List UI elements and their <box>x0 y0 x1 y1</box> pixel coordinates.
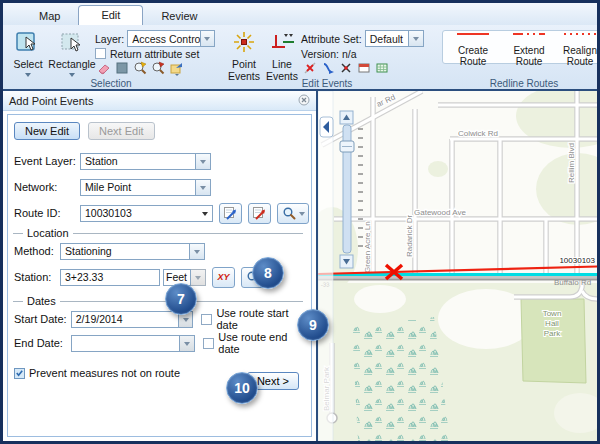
zoom-to-selection-icon[interactable] <box>133 61 147 77</box>
network-arrow[interactable] <box>196 179 211 196</box>
marsh-area <box>352 317 450 441</box>
station-input[interactable]: 3+23.33 <box>60 269 160 286</box>
callout-10: 10 <box>226 372 258 404</box>
street-label-green-acre: Green Acre Ln <box>363 221 372 273</box>
extend-route-icon <box>509 27 549 45</box>
xy-pick-button[interactable]: XY <box>212 267 235 288</box>
map-view[interactable]: ar Rd Green Acre Ln Radarick Dr Colwick … <box>318 91 597 441</box>
callout-8: 8 <box>252 257 284 289</box>
rectangle-tool-icon <box>59 30 85 58</box>
rectangle-tool-button[interactable]: Rectangle <box>49 28 95 77</box>
park-label-line2: Hall <box>545 319 559 328</box>
event-editor-window: Map Edit Review Select Rectangle <box>0 0 600 444</box>
street-label-radarick: Radarick Dr <box>405 214 414 257</box>
create-route-icon <box>453 27 493 45</box>
merge-events-icon[interactable] <box>321 61 335 77</box>
zoom-slider-ticks <box>358 129 363 246</box>
attribute-set-label: Attribute Set: <box>301 33 362 45</box>
panel-close-icon[interactable] <box>298 94 310 108</box>
tab-map[interactable]: Map <box>21 7 78 25</box>
tab-review[interactable]: Review <box>143 7 215 25</box>
park-label-line1: Town <box>543 309 562 318</box>
callout-9: 9 <box>297 309 329 341</box>
create-route-button[interactable]: Create Route <box>445 27 501 67</box>
zoom-to-route-button[interactable] <box>277 203 309 224</box>
station-units-arrow[interactable] <box>191 269 206 286</box>
street-label-colwick: Colwick Rd <box>458 129 498 138</box>
method-arrow[interactable] <box>190 243 205 260</box>
ribbon-group-redline-routes: Create Route Extend Route Realign Route … <box>435 25 600 89</box>
end-date-input[interactable] <box>71 335 180 352</box>
street-label-rellim: Rellim Blvd <box>567 143 576 183</box>
event-layer-select[interactable]: Station <box>80 153 196 170</box>
ribbon-tab-bar: Map Edit Review <box>3 3 597 25</box>
realign-route-icon <box>560 27 600 45</box>
split-event-icon[interactable] <box>303 61 317 77</box>
move-event-icon[interactable] <box>339 61 353 77</box>
collapse-panel-button[interactable] <box>320 117 333 137</box>
attribute-set-select[interactable]: Default <box>365 30 409 47</box>
location-group-rule: Location <box>13 233 303 234</box>
layer-label: Layer: <box>95 33 124 45</box>
network-label: Network: <box>14 181 80 193</box>
station-label: Station: <box>14 271 60 283</box>
dates-group-rule: Dates <box>13 301 303 302</box>
version-value: n/a <box>342 48 357 60</box>
ribbon-group-selection: Select Rectangle Layer: Access Control <box>3 25 219 89</box>
next-edit-button[interactable]: Next Edit <box>88 122 155 140</box>
selection-options-icon[interactable] <box>169 60 185 78</box>
callout-7: 7 <box>165 283 197 315</box>
park-label-line3: Park <box>544 329 561 338</box>
use-route-end-date-label: Use route end date <box>218 331 311 355</box>
point-events-icon <box>232 30 256 58</box>
clear-selection-icon[interactable] <box>97 61 111 77</box>
route-id-map-label: 10030103 <box>559 256 595 265</box>
event-layer-label: Event Layer: <box>14 155 80 167</box>
select-route-redline-button[interactable] <box>248 203 271 224</box>
layer-select-arrow[interactable] <box>201 30 215 47</box>
event-layer-arrow[interactable] <box>196 153 211 170</box>
return-attribute-set-label: Return attribute set <box>110 48 199 60</box>
tab-edit[interactable]: Edit <box>78 5 143 25</box>
prevent-measures-label: Prevent measures not on route <box>29 367 180 379</box>
start-date-label: Start Date: <box>14 313 71 325</box>
map-zoom-slider[interactable] <box>340 111 363 268</box>
panel-title: Add Point Events <box>9 95 93 107</box>
new-edit-button[interactable]: New Edit <box>14 122 80 140</box>
event-table-icon[interactable] <box>375 61 389 77</box>
select-route-on-map-button[interactable] <box>219 203 242 224</box>
line-events-button[interactable]: Line Events <box>263 28 301 77</box>
realign-route-button[interactable]: Realign Route <box>557 27 600 67</box>
select-tool-button[interactable]: Select <box>7 28 49 77</box>
select-none-icon[interactable] <box>115 61 129 77</box>
version-label: Version: <box>301 48 339 60</box>
return-attribute-set-checkbox[interactable] <box>95 48 106 59</box>
street-label-gatewood: Gatewood Ave <box>414 208 466 217</box>
event-attributes-window-icon[interactable] <box>357 61 371 77</box>
use-route-start-date-checkbox[interactable] <box>201 314 212 325</box>
map-canvas[interactable]: ar Rd Green Acre Ln Radarick Dr Colwick … <box>318 91 597 441</box>
select-tool-icon <box>15 30 41 58</box>
ribbon: Select Rectangle Layer: Access Control <box>3 25 597 91</box>
route-id-label: Route ID: <box>14 207 80 219</box>
prevent-measures-checkbox[interactable] <box>14 368 25 379</box>
layer-select[interactable]: Access Control <box>127 30 200 47</box>
network-select[interactable]: Mile Point <box>80 179 196 196</box>
method-select[interactable]: Stationing <box>60 243 190 260</box>
attribute-set-arrow[interactable] <box>409 30 424 47</box>
extend-route-button[interactable]: Extend Route <box>501 27 557 67</box>
line-events-icon <box>269 30 295 58</box>
use-route-end-date-checkbox[interactable] <box>203 338 214 349</box>
zoom-to-next-selected-icon[interactable] <box>151 61 165 77</box>
method-label: Method: <box>14 245 60 257</box>
end-date-arrow[interactable] <box>180 335 195 352</box>
end-date-label: End Date: <box>14 337 71 349</box>
panel-splitter-strip[interactable] <box>318 91 333 441</box>
redline-route-line <box>318 267 597 275</box>
ribbon-group-edit-events: Point Events Line Events Attribute Set: … <box>221 25 433 89</box>
zoom-route-caret-icon[interactable] <box>299 212 305 219</box>
start-date-input[interactable]: 2/19/2014 <box>71 311 179 328</box>
point-events-button[interactable]: Point Events <box>225 28 263 77</box>
route-id-combo[interactable]: 10030103 <box>80 205 213 222</box>
route-id-caret-icon[interactable] <box>202 212 208 219</box>
